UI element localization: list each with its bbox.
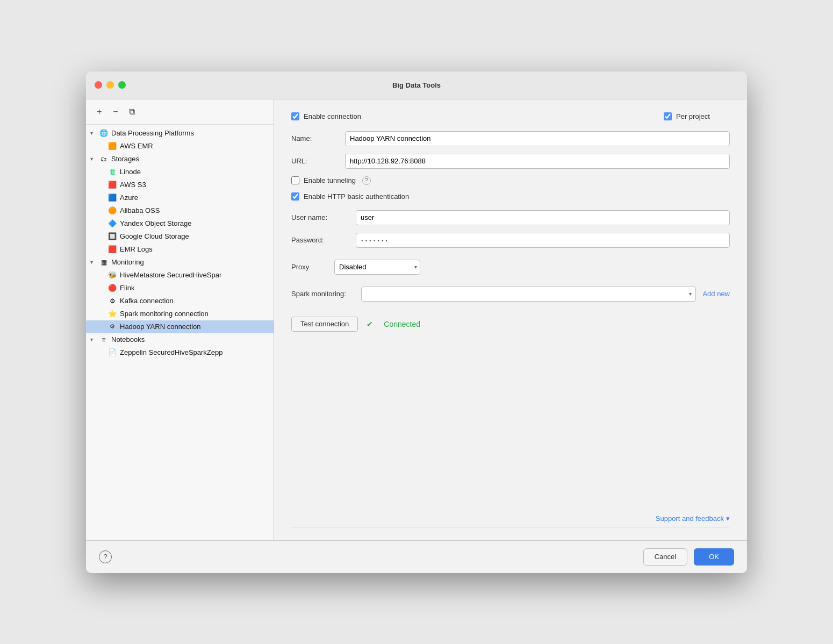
username-label: User name: xyxy=(291,213,356,221)
enable-connection-row: Enable connection xyxy=(291,112,361,120)
name-input[interactable] xyxy=(345,131,730,146)
emr-logs-icon: 🟥 xyxy=(107,245,117,254)
hadoop-icon: ⚙ xyxy=(107,322,117,332)
sidebar-item-linode[interactable]: 🗑 Linode xyxy=(86,166,274,178)
tunneling-help-icon[interactable]: ? xyxy=(362,176,371,185)
proxy-row: Proxy Disabled HTTP SOCKS ▾ xyxy=(291,260,730,275)
sidebar-item-notebooks[interactable]: ▾ ≡ Notebooks xyxy=(86,333,274,346)
minus-icon: − xyxy=(113,107,118,117)
sidebar-item-label: Notebooks xyxy=(111,335,145,344)
sidebar-tree: ▾ 🌐 Data Processing Platforms 🟧 AWS EMR … xyxy=(86,125,274,540)
azure-icon: 🟦 xyxy=(107,193,117,203)
monitoring-icon: ▦ xyxy=(99,257,109,267)
sidebar-item-label: Zeppelin SecuredHiveSparkZepp xyxy=(120,348,223,356)
zeppelin-icon: 📄 xyxy=(107,348,117,357)
content-divider xyxy=(291,527,730,527)
copy-icon: ⧉ xyxy=(129,107,135,117)
sidebar-item-data-processing[interactable]: ▾ 🌐 Data Processing Platforms xyxy=(86,127,274,140)
name-label: Name: xyxy=(291,134,345,142)
toggle-icon: ▾ xyxy=(90,156,99,162)
name-row: Name: xyxy=(291,131,730,146)
sidebar-item-label: EMR Logs xyxy=(120,245,153,253)
proxy-label: Proxy xyxy=(291,263,334,271)
sidebar-item-aws-emr[interactable]: 🟧 AWS EMR xyxy=(86,140,274,153)
sidebar-item-label: Data Processing Platforms xyxy=(111,129,194,137)
enable-tunneling-label: Enable tunneling xyxy=(304,176,356,184)
sidebar-item-monitoring[interactable]: ▾ ▦ Monitoring xyxy=(86,256,274,269)
copy-button[interactable]: ⧉ xyxy=(125,105,139,119)
sidebar-item-emr-logs[interactable]: 🟥 EMR Logs xyxy=(86,243,274,256)
kafka-icon: ⚙ xyxy=(107,296,117,306)
window-title: Big Data Tools xyxy=(392,81,441,89)
sidebar-item-label: Yandex Object Storage xyxy=(120,219,191,227)
spark-select-wrapper: ▾ xyxy=(361,287,696,302)
test-connection-row: Test connection ✔ Connected xyxy=(291,317,730,332)
toggle-icon: ▾ xyxy=(90,259,99,265)
sidebar-item-gcs[interactable]: 🔲 Google Cloud Storage xyxy=(86,230,274,243)
help-button[interactable]: ? xyxy=(99,550,112,563)
sidebar-item-storages[interactable]: ▾ 🗂 Storages xyxy=(86,153,274,166)
sidebar-item-label: Linode xyxy=(120,168,141,176)
url-row: URL: xyxy=(291,154,730,169)
enable-http-label: Enable HTTP basic authentication xyxy=(304,192,409,201)
test-connection-button[interactable]: Test connection xyxy=(291,317,358,332)
add-icon: + xyxy=(97,107,102,117)
sidebar-item-label: Storages xyxy=(111,155,139,163)
spark-monitoring-row: Spark monitoring: ▾ Add new xyxy=(291,287,730,302)
sidebar-item-flink[interactable]: 🔴 Flink xyxy=(86,282,274,295)
content-panel: Enable connection Per project Name: URL: xyxy=(274,99,747,540)
support-label: Support and feedback xyxy=(656,514,724,523)
password-row: Password: ······· xyxy=(291,233,730,248)
proxy-select[interactable]: Disabled HTTP SOCKS xyxy=(334,260,420,275)
add-button[interactable]: + xyxy=(92,105,106,119)
enable-http-checkbox[interactable] xyxy=(291,192,299,201)
support-row: Support and feedback ▾ xyxy=(291,508,730,527)
content-spacer xyxy=(291,332,730,508)
per-project-row: Per project xyxy=(664,112,730,120)
minimize-button[interactable] xyxy=(106,81,114,89)
sidebar-item-hive[interactable]: 🐝 HiveMetastore SecuredHiveSpar xyxy=(86,269,274,282)
sidebar-item-aws-s3[interactable]: 🟥 AWS S3 xyxy=(86,178,274,191)
enable-connection-checkbox[interactable] xyxy=(291,112,299,120)
hive-icon: 🐝 xyxy=(107,270,117,280)
enable-tunneling-checkbox[interactable] xyxy=(291,176,299,184)
flink-icon: 🔴 xyxy=(107,283,117,293)
aws-emr-icon: 🟧 xyxy=(107,141,117,151)
sidebar-item-zeppelin[interactable]: 📄 Zeppelin SecuredHiveSparkZepp xyxy=(86,346,274,359)
per-project-label: Per project xyxy=(676,112,730,120)
gcs-icon: 🔲 xyxy=(107,232,117,241)
sidebar-item-hadoop[interactable]: ⚙ Hadoop YARN connection xyxy=(86,320,274,333)
tunneling-row: Enable tunneling ? xyxy=(291,176,730,185)
sidebar-item-kafka[interactable]: ⚙ Kafka connection xyxy=(86,295,274,307)
s3-icon: 🟥 xyxy=(107,180,117,190)
support-link[interactable]: Support and feedback ▾ xyxy=(656,514,730,523)
password-input[interactable]: ······· xyxy=(356,233,730,248)
sidebar-item-label: Flink xyxy=(120,284,134,292)
main-window: Big Data Tools + − ⧉ ▾ 🌐 xyxy=(86,71,747,573)
sidebar-toolbar: + − ⧉ xyxy=(86,99,274,125)
sidebar-item-azure[interactable]: 🟦 Azure xyxy=(86,191,274,204)
sidebar-item-label: Monitoring xyxy=(111,258,144,266)
bottom-bar: ? Cancel OK xyxy=(86,540,747,573)
sidebar-item-yandex[interactable]: 🔷 Yandex Object Storage xyxy=(86,217,274,230)
sidebar-item-alibaba[interactable]: 🟠 Alibaba OSS xyxy=(86,204,274,217)
url-input[interactable] xyxy=(345,154,730,169)
sidebar-item-label: Alibaba OSS xyxy=(120,206,160,214)
remove-button[interactable]: − xyxy=(109,105,123,119)
globe-icon: 🌐 xyxy=(99,128,109,138)
password-dots: ······· xyxy=(361,234,389,246)
username-input[interactable] xyxy=(356,210,730,225)
cancel-button[interactable]: Cancel xyxy=(643,548,687,566)
maximize-button[interactable] xyxy=(118,81,126,89)
connected-label: Connected xyxy=(384,320,420,328)
close-button[interactable] xyxy=(95,81,102,89)
ok-button[interactable]: OK xyxy=(694,548,734,566)
per-project-checkbox[interactable] xyxy=(664,112,672,120)
main-area: + − ⧉ ▾ 🌐 Data Processing Platforms xyxy=(86,99,747,540)
sidebar-item-label: Spark monitoring connection xyxy=(120,310,209,318)
sidebar-item-spark[interactable]: ⭐ Spark monitoring connection xyxy=(86,307,274,320)
enable-row: Enable connection Per project xyxy=(291,112,730,120)
linode-icon: 🗑 xyxy=(107,167,117,177)
spark-monitoring-select[interactable] xyxy=(361,287,696,302)
add-new-link[interactable]: Add new xyxy=(702,290,730,298)
